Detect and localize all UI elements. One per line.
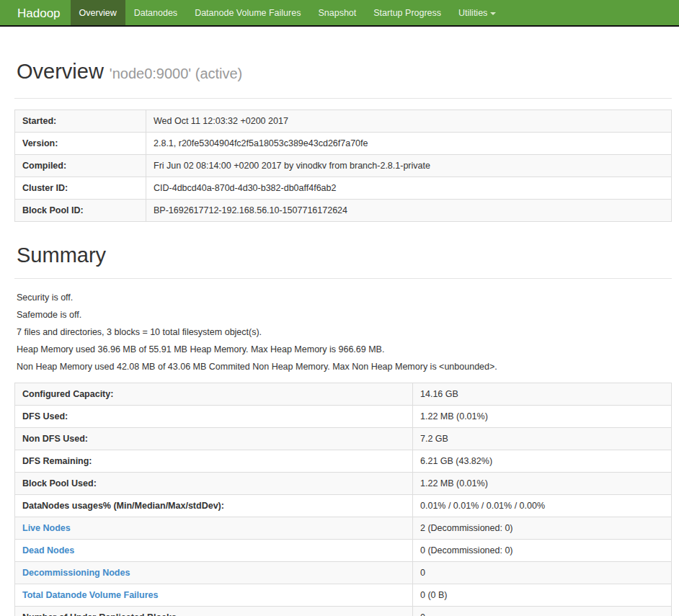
metric-value: 0 (0 B): [413, 584, 672, 606]
table-row: DFS Remaining: 6.21 GB (43.82%): [15, 450, 672, 472]
live-nodes-link[interactable]: Live Nodes: [22, 523, 71, 533]
table-row: Total Datanode Volume Failures 0 (0 B): [15, 584, 672, 606]
page-title-subtitle: 'node0:9000' (active): [110, 66, 242, 81]
non-heap-memory-text: Non Heap Memory used 42.08 MB of 43.06 M…: [17, 361, 672, 372]
metric-label: Configured Capacity:: [15, 383, 413, 405]
table-row: Configured Capacity: 14.16 GB: [15, 383, 672, 405]
table-row: Dead Nodes 0 (Decommissioned: 0): [15, 539, 672, 561]
table-row: Non DFS Used: 7.2 GB: [15, 427, 672, 450]
info-label: Started:: [15, 110, 146, 133]
table-row: Live Nodes 2 (Decommissioned: 0): [15, 517, 672, 539]
nav-tab-startup-progress[interactable]: Startup Progress: [365, 0, 450, 25]
info-value: BP-1692617712-192.168.56.10-150771617262…: [146, 200, 672, 222]
divider: [14, 278, 672, 279]
metric-value: 2 (Decommissioned: 0): [413, 517, 672, 539]
info-value: Fri Jun 02 08:14:00 +0200 2017 by vinodk…: [146, 155, 672, 177]
table-row: Cluster ID: CID-4dbcd40a-870d-4d30-b382-…: [15, 177, 672, 200]
top-navbar: Hadoop Overview Datanodes Datanode Volum…: [0, 0, 679, 27]
table-row: Decommissioning Nodes 0: [15, 561, 672, 584]
divider: [14, 98, 672, 99]
metric-value: 1.22 MB (0.01%): [413, 472, 672, 494]
filesystem-objects-text: 7 files and directories, 3 blocks = 10 t…: [17, 326, 672, 338]
table-row: DFS Used: 1.22 MB (0.01%): [15, 405, 672, 427]
info-label: Block Pool ID:: [15, 200, 146, 222]
metric-label: Dead Nodes: [15, 539, 413, 561]
table-row: Version: 2.8.1, r20fe5304904fc2f5a18053c…: [15, 133, 672, 155]
metric-value: 14.16 GB: [413, 383, 672, 405]
page-title: Overview'node0:9000' (active): [17, 60, 672, 84]
info-label: Compiled:: [15, 155, 146, 177]
dead-nodes-link[interactable]: Dead Nodes: [22, 545, 74, 555]
metric-label: Decommissioning Nodes: [15, 561, 413, 584]
metric-label: Number of Under-Replicated Blocks: [15, 606, 413, 616]
nav-tab-utilities-dropdown[interactable]: Utilities: [450, 0, 505, 25]
total-datanode-volume-failures-link[interactable]: Total Datanode Volume Failures: [22, 590, 158, 600]
metric-label: Total Datanode Volume Failures: [15, 584, 413, 606]
caret-down-icon: [490, 12, 496, 15]
metric-label: DFS Used:: [15, 405, 413, 427]
summary-table: Configured Capacity: 14.16 GB DFS Used: …: [14, 383, 672, 616]
table-row: Block Pool Used: 1.22 MB (0.01%): [15, 472, 672, 494]
metric-value: 0 (Decommissioned: 0): [413, 539, 672, 561]
metric-label: Live Nodes: [15, 517, 413, 539]
info-label: Version:: [15, 133, 146, 155]
metric-value: 0: [413, 561, 672, 584]
page-title-text: Overview: [17, 60, 104, 83]
metric-value: 0: [413, 606, 672, 616]
nav-tab-datanodes[interactable]: Datanodes: [125, 0, 186, 25]
table-row: Compiled: Fri Jun 02 08:14:00 +0200 2017…: [15, 155, 672, 177]
info-label: Cluster ID:: [15, 177, 146, 200]
security-status-text: Security is off.: [17, 292, 672, 303]
metric-label: DataNodes usages% (Min/Median/Max/stdDev…: [15, 494, 413, 517]
nav-tab-overview[interactable]: Overview: [71, 0, 125, 25]
metric-label: Block Pool Used:: [15, 472, 413, 494]
info-value: CID-4dbcd40a-870d-4d30-b382-db0aff4f6ab2: [146, 177, 672, 200]
info-value: Wed Oct 11 12:03:32 +0200 2017: [146, 110, 672, 133]
metric-label: DFS Remaining:: [15, 450, 413, 472]
metric-value: 1.22 MB (0.01%): [413, 405, 672, 427]
table-row: Block Pool ID: BP-1692617712-192.168.56.…: [15, 200, 672, 222]
metric-value: 6.21 GB (43.82%): [413, 450, 672, 472]
table-row: DataNodes usages% (Min/Median/Max/stdDev…: [15, 494, 672, 517]
nav-tab-datanode-volume-failures[interactable]: Datanode Volume Failures: [186, 0, 309, 25]
overview-info-table: Started: Wed Oct 11 12:03:32 +0200 2017 …: [14, 110, 672, 222]
safemode-status-text: Safemode is off.: [17, 309, 672, 321]
nav-tab-snapshot[interactable]: Snapshot: [309, 0, 365, 25]
navbar-brand: Hadoop: [0, 0, 71, 25]
table-row: Number of Under-Replicated Blocks 0: [15, 606, 672, 616]
info-value: 2.8.1, r20fe5304904fc2f5a18053c389e43cd2…: [146, 133, 672, 155]
metric-label: Non DFS Used:: [15, 427, 413, 450]
decommissioning-nodes-link[interactable]: Decommissioning Nodes: [22, 568, 130, 578]
table-row: Started: Wed Oct 11 12:03:32 +0200 2017: [15, 110, 672, 133]
metric-value: 0.01% / 0.01% / 0.01% / 0.00%: [413, 494, 672, 517]
summary-title: Summary: [17, 244, 672, 267]
metric-value: 7.2 GB: [413, 427, 672, 450]
heap-memory-text: Heap Memory used 36.96 MB of 55.91 MB He…: [17, 344, 672, 355]
nav-tab-utilities-label: Utilities: [458, 8, 487, 18]
